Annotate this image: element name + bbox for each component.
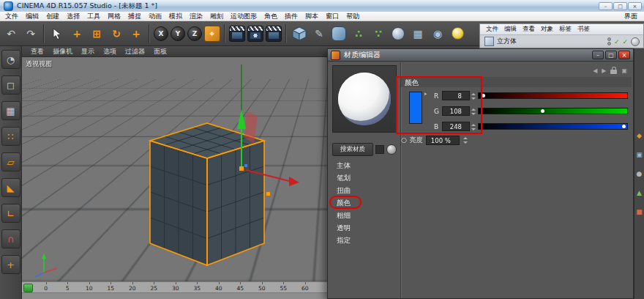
menubar: 文件编辑创建选择工具网格捕捉动画模拟渲染雕刻运动图形角色插件脚本窗口帮助 界面	[0, 12, 644, 21]
model-mode-button[interactable]: ◻	[1, 75, 20, 95]
viewport-menu-item[interactable]: 过滤器	[121, 47, 149, 56]
sphere-icon	[392, 27, 405, 40]
object-row[interactable]: 立方体 ✓ ✓	[480, 35, 643, 48]
rotate-tool-button[interactable]: ↻	[108, 25, 125, 43]
viewport-3d[interactable]: 查看摄像机显示选项过滤器面板 透视视图	[22, 46, 644, 281]
toolbar-separator	[224, 24, 225, 43]
object-manager: 文件编辑查看对象标签书签 立方体 ✓ ✓	[479, 23, 644, 48]
frame-marker[interactable]	[23, 284, 33, 292]
viewport-menu-item[interactable]: 显示	[77, 47, 99, 56]
coordinate-system-button[interactable]: ⌖	[204, 26, 220, 42]
scale-tool-button[interactable]: ⊞	[88, 25, 105, 43]
render-view-button[interactable]	[229, 26, 245, 42]
timeline[interactable]: 051015202530354045505560	[22, 281, 327, 299]
menu-item[interactable]: 网格	[104, 12, 124, 21]
toolbar-separator	[43, 24, 45, 43]
window-title: CINEMA 4D R15.057 Studio - [未标题 1 *]	[17, 1, 157, 11]
minimize-button[interactable]: –	[599, 2, 613, 10]
menu-item[interactable]: 模拟	[165, 12, 186, 21]
deform-check-icon[interactable]: ✓	[622, 38, 628, 45]
edge-mode-button[interactable]: ▱	[1, 152, 20, 171]
menu-item[interactable]: 帮助	[342, 12, 363, 21]
workplane-button[interactable]: +	[1, 255, 20, 274]
lock-y-button[interactable]: Y	[171, 26, 185, 41]
light-bulb-icon	[452, 27, 464, 40]
x-axis-arrowhead[interactable]	[289, 177, 299, 186]
timeline-track[interactable]	[22, 292, 327, 299]
snap-button[interactable]: ∩	[1, 229, 20, 248]
om-menu-item[interactable]: 书签	[574, 25, 593, 34]
pen-tool-button[interactable]: ✎	[310, 25, 328, 43]
om-menu-item[interactable]: 对象	[538, 25, 556, 34]
view-label: 透视视图	[26, 59, 52, 69]
menu-item[interactable]: 运动图形	[227, 12, 261, 21]
menu-item[interactable]: 插件	[281, 12, 302, 21]
viewport-canvas[interactable]: 透视视图	[22, 57, 644, 281]
om-menu-item[interactable]: 文件	[483, 25, 501, 34]
cube-icon	[291, 26, 307, 42]
om-menu-item[interactable]: 查看	[520, 25, 538, 34]
menu-item[interactable]: 工具	[83, 12, 104, 21]
render-settings-button[interactable]	[247, 26, 263, 42]
y-axis-arrowhead[interactable]	[237, 109, 246, 129]
subdivision-surface-button[interactable]	[330, 25, 348, 43]
viewport-menu-item[interactable]: 面板	[149, 47, 171, 56]
z-axis-handle[interactable]	[244, 164, 247, 167]
phong-tag-icon[interactable]	[631, 37, 640, 46]
left-toolbar: ◔ ◻ ▦ ∷ ▱ ◣ ∟ ∩ +	[0, 46, 22, 299]
cube-object-icon	[484, 37, 494, 46]
viewport-menu-item[interactable]: 查看	[26, 47, 48, 56]
toolbar-separator	[149, 24, 150, 43]
editor-visibility-dot[interactable]	[607, 37, 611, 41]
menu-item[interactable]: 脚本	[302, 12, 322, 21]
instance-button[interactable]: ∵	[370, 25, 387, 43]
menu-item[interactable]: 捕捉	[124, 12, 145, 21]
menu-item-interface[interactable]: 界面	[618, 12, 644, 21]
array-button[interactable]: ∴	[350, 25, 367, 43]
viewport-menu-item[interactable]: 选项	[99, 47, 121, 56]
sphere-primitive-button[interactable]	[389, 25, 407, 43]
menu-item[interactable]: 编辑	[22, 12, 42, 21]
scene-svg	[22, 57, 644, 281]
menu-item[interactable]: 角色	[261, 12, 281, 21]
viewport-menu-item[interactable]: 摄像机	[48, 47, 77, 56]
cursor-icon	[52, 28, 62, 40]
om-menu-item[interactable]: 编辑	[501, 25, 520, 34]
last-tool-button[interactable]: +	[127, 25, 145, 43]
app-icon	[4, 1, 13, 11]
cube-object[interactable]	[150, 123, 264, 265]
move-tool-button[interactable]: +	[68, 25, 86, 43]
point-mode-button[interactable]: ∷	[1, 127, 20, 146]
texture-mode-button[interactable]: ▦	[1, 101, 20, 120]
band-handle[interactable]	[266, 192, 270, 196]
close-button[interactable]: ×	[628, 2, 642, 10]
visibility-dots[interactable]	[607, 37, 611, 45]
enable-check-icon[interactable]: ✓	[614, 38, 620, 45]
light-button[interactable]	[449, 25, 466, 43]
lock-z-button[interactable]: Z	[187, 26, 202, 41]
menu-item[interactable]: 选择	[63, 12, 83, 21]
menu-item[interactable]: 渲染	[186, 12, 206, 21]
make-editable-button[interactable]: ◔	[1, 50, 20, 69]
origin-handle[interactable]	[239, 166, 244, 171]
render-queue-button[interactable]	[266, 26, 282, 42]
object-manager-menubar: 文件编辑查看对象标签书签	[480, 24, 643, 35]
select-tool-button[interactable]	[48, 25, 66, 43]
floor-button[interactable]: ▦	[409, 25, 427, 43]
cinema4d-window: CINEMA 4D R15.057 Studio - [未标题 1 *] – □…	[0, 0, 644, 299]
axis-mode-button[interactable]: ∟	[1, 204, 20, 223]
polygon-mode-button[interactable]: ◣	[1, 178, 20, 197]
menu-item[interactable]: 雕刻	[206, 12, 227, 21]
menu-item[interactable]: 创建	[42, 12, 63, 21]
om-menu-item[interactable]: 标签	[556, 25, 574, 34]
lock-x-button[interactable]: X	[154, 26, 168, 41]
undo-button[interactable]: ↶	[2, 25, 20, 43]
camera-button[interactable]: ◉	[429, 25, 446, 43]
menu-item[interactable]: 动画	[145, 12, 165, 21]
menu-item[interactable]: 窗口	[322, 12, 342, 21]
menu-item[interactable]: 文件	[1, 12, 22, 21]
cube-primitive-button[interactable]	[291, 25, 308, 43]
maximize-button[interactable]: □	[613, 2, 627, 10]
redo-button[interactable]: ↷	[22, 25, 40, 43]
render-visibility-dot[interactable]	[607, 42, 611, 45]
